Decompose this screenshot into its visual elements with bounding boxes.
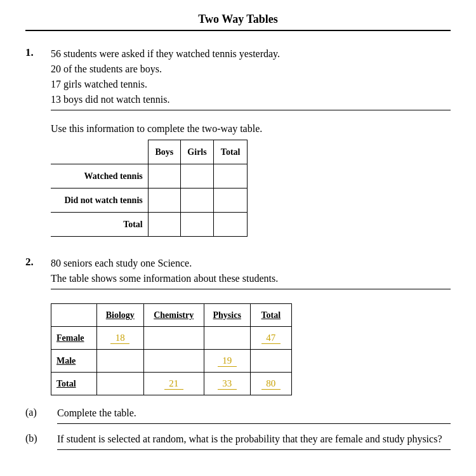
question-2-header: 2. 80 seniors each study one Science. Th…: [25, 256, 451, 296]
table-row: Watched tennis: [51, 164, 248, 188]
q1-table-wrapper: Boys Girls Total Watched tennis Did not …: [51, 140, 451, 237]
q1-row2-label: Did not watch tennis: [51, 188, 148, 213]
question-1-text: 56 students were asked if they watched t…: [51, 46, 451, 110]
q2-male-biology[interactable]: [96, 350, 143, 373]
q2-total-total[interactable]: 80: [250, 373, 291, 395]
q1-row1-label: Watched tennis: [51, 164, 148, 188]
q2-male-total[interactable]: [250, 350, 291, 373]
table-row: Did not watch tennis: [51, 188, 248, 213]
q1-r2-boys[interactable]: [148, 188, 180, 213]
q1-header-total: Total: [214, 140, 248, 164]
q1-instruction: Use this information to complete the two…: [51, 123, 451, 135]
table-row: Total 21 33 80: [51, 373, 292, 395]
q1-r3-total[interactable]: [214, 213, 248, 237]
q2-table: Biology Chemistry Physics Total Female 1…: [51, 303, 292, 395]
q2-total-chemistry-value: 21: [164, 378, 183, 390]
q2-part-a: (a) Complete the table.: [25, 406, 451, 424]
q2-table-header-row: Biology Chemistry Physics Total: [51, 304, 292, 327]
question-2-block: 2. 80 seniors each study one Science. Th…: [25, 256, 451, 450]
q1-r1-total[interactable]: [214, 164, 248, 188]
q1-header-boys: Boys: [148, 140, 180, 164]
question-1-number: 1.: [25, 46, 51, 117]
question-2-number: 2.: [25, 256, 51, 296]
q2-total-physics[interactable]: 33: [204, 373, 250, 395]
q1-line-2: 20 of the students are boys.: [51, 62, 451, 77]
q2-header-empty: [51, 304, 97, 327]
q2-total-biology[interactable]: [96, 373, 143, 395]
page-title: Two Way Tables: [25, 13, 451, 31]
q1-table: Boys Girls Total Watched tennis Did not …: [51, 140, 248, 237]
q2-female-chemistry[interactable]: [143, 327, 204, 350]
q1-row3-label: Total: [51, 213, 148, 237]
q2-parts: (a) Complete the table. (b) If student i…: [25, 406, 451, 450]
q1-line-3: 17 girls watched tennis.: [51, 77, 451, 92]
q1-header-girls: Girls: [180, 140, 213, 164]
q2-table-wrapper: Biology Chemistry Physics Total Female 1…: [51, 303, 451, 395]
q1-line-4: 13 boys did not watch tennis.: [51, 92, 451, 107]
q2-header-total: Total: [250, 304, 291, 327]
q1-table-header-row: Boys Girls Total: [51, 140, 248, 164]
q2-part-a-content: Complete the table.: [57, 406, 451, 424]
q2-row1-label: Female: [51, 327, 97, 350]
table-row: Female 18 47: [51, 327, 292, 350]
q2-female-biology[interactable]: 18: [96, 327, 143, 350]
q2-header-biology: Biology: [96, 304, 143, 327]
q2-part-b-label: (b): [25, 432, 57, 444]
q1-r2-total[interactable]: [214, 188, 248, 213]
q2-female-biology-value: 18: [110, 333, 129, 344]
q1-r1-boys[interactable]: [148, 164, 180, 188]
q2-line-1: 80 seniors each study one Science.: [51, 256, 451, 271]
table-row: Total: [51, 213, 248, 237]
q2-row2-label: Male: [51, 350, 97, 373]
q2-total-total-value: 80: [261, 378, 281, 390]
q2-male-chemistry[interactable]: [143, 350, 204, 373]
table-row: Male 19: [51, 350, 292, 373]
q2-row3-label: Total: [51, 373, 97, 395]
question-1-header: 1. 56 students were asked if they watche…: [25, 46, 451, 117]
q2-female-physics[interactable]: [204, 327, 250, 350]
q2-line-2: The table shows some information about t…: [51, 271, 451, 286]
q1-r3-girls[interactable]: [180, 213, 213, 237]
question-2-text: 80 seniors each study one Science. The t…: [51, 256, 451, 289]
q1-r2-girls[interactable]: [180, 188, 213, 213]
q2-total-chemistry[interactable]: 21: [143, 373, 204, 395]
q2-part-b: (b) If student is selected at random, wh…: [25, 432, 451, 450]
q2-header-chemistry: Chemistry: [143, 304, 204, 327]
q2-male-physics-value: 19: [218, 355, 237, 367]
q2-male-physics[interactable]: 19: [204, 350, 250, 373]
q2-header-physics: Physics: [204, 304, 250, 327]
q1-r3-boys[interactable]: [148, 213, 180, 237]
q2-female-total-value: 47: [261, 333, 281, 344]
q2-female-total[interactable]: 47: [250, 327, 291, 350]
q1-header-empty: [51, 140, 148, 164]
q1-r1-girls[interactable]: [180, 164, 213, 188]
q2-part-b-content: If student is selected at random, what i…: [57, 432, 451, 450]
q2-part-a-label: (a): [25, 406, 57, 418]
q1-line-1: 56 students were asked if they watched t…: [51, 46, 451, 62]
q2-total-physics-value: 33: [218, 378, 237, 390]
question-1-block: 1. 56 students were asked if they watche…: [25, 46, 451, 237]
